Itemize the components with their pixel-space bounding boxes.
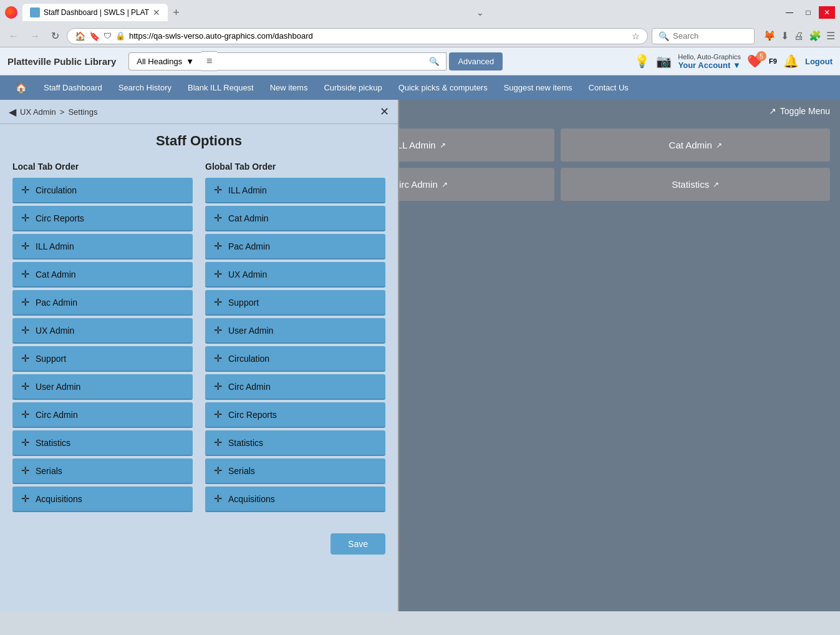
item-label: User Admin [36, 382, 80, 392]
local-drag-item[interactable]: ✛Circulation [12, 178, 193, 203]
local-items-list: ✛Circulation✛Circ Reports✛ILL Admin✛Cat … [12, 178, 193, 512]
advanced-button[interactable]: Advanced [449, 52, 503, 70]
star-icon[interactable]: ☆ [632, 31, 640, 41]
global-drag-item[interactable]: ✛ILL Admin [205, 178, 385, 203]
tips-icon-button[interactable]: 💡 [634, 54, 650, 69]
drag-handle-icon: ✛ [21, 352, 29, 364]
wishlist-button[interactable]: ❤️ 5 [747, 54, 763, 69]
nav-home[interactable]: 🏠 [7, 75, 35, 100]
statistics-btn[interactable]: Statistics ↗ [561, 168, 830, 201]
search-button[interactable]: 🔍 [423, 52, 447, 70]
item-label: ILL Admin [36, 241, 74, 251]
tab-list-dropdown[interactable]: ⌄ [476, 7, 484, 17]
drag-handle-icon: ✛ [214, 268, 222, 280]
cat-admin-btn[interactable]: Cat Admin ↗ [561, 128, 830, 162]
save-button[interactable]: Save [331, 533, 385, 555]
nav-new-items[interactable]: New items [263, 77, 316, 99]
local-drag-item[interactable]: ✛ILL Admin [12, 234, 193, 259]
firefox-sync-icon[interactable]: 🦊 [763, 30, 776, 42]
menu-icon[interactable]: ☰ [826, 30, 835, 42]
home-icon: 🏠 [75, 31, 85, 41]
item-label: Statistics [228, 438, 263, 448]
local-drag-item[interactable]: ✛Cat Admin [12, 262, 193, 288]
notifications-button[interactable]: 🔔 [783, 54, 799, 69]
nav-curbside-pickup[interactable]: Curbside pickup [316, 77, 389, 99]
account-dropdown-arrow: ▼ [733, 61, 741, 70]
browser-tab[interactable]: Staff Dashboard | SWLS | PLAT ✕ [22, 4, 168, 21]
bookmark-icon: 🔖 [89, 31, 100, 41]
external-link-icon: ↗ [713, 180, 719, 189]
global-tab-order-column: Global Tab Order ✛ILL Admin✛Cat Admin✛Pa… [205, 162, 385, 515]
global-drag-item[interactable]: ✛Cat Admin [205, 206, 385, 231]
back-button[interactable]: ← [5, 28, 22, 44]
global-drag-item[interactable]: ✛UX Admin [205, 262, 385, 288]
local-drag-item[interactable]: ✛Support [12, 346, 193, 372]
global-tab-order-heading: Global Tab Order [205, 162, 385, 172]
download-icon[interactable]: ⬇ [781, 30, 789, 42]
camera-icon-button[interactable]: 📷 [656, 54, 672, 69]
local-drag-item[interactable]: ✛Serials [12, 458, 193, 484]
global-drag-item[interactable]: ✛Acquisitions [205, 487, 385, 512]
local-tab-order-heading: Local Tab Order [12, 162, 193, 172]
global-drag-item[interactable]: ✛Circ Reports [205, 402, 385, 428]
nav-blank-ill-request[interactable]: Blank ILL Request [180, 77, 261, 99]
minimize-button[interactable]: — [781, 6, 798, 19]
breadcrumb-separator: > [60, 107, 65, 117]
forward-button[interactable]: → [26, 28, 44, 44]
f9-button[interactable]: F9 [769, 57, 777, 65]
logout-button[interactable]: Logout [805, 57, 833, 66]
nav-search-input[interactable] [673, 31, 748, 41]
breadcrumb-ux-admin[interactable]: UX Admin [20, 107, 56, 117]
drag-handle-icon: ✛ [21, 437, 29, 448]
nav-suggest-new-items[interactable]: Suggest new items [496, 77, 580, 99]
local-drag-item[interactable]: ✛Statistics [12, 430, 193, 456]
nav-staff-dashboard[interactable]: Staff Dashboard [36, 77, 110, 99]
nav-quick-picks[interactable]: Quick picks & computers [391, 77, 495, 99]
item-label: Circ Admin [228, 382, 271, 392]
item-label: Pac Admin [36, 298, 77, 308]
search-icon-nav: 🔍 [659, 31, 669, 41]
global-drag-item[interactable]: ✛Statistics [205, 430, 385, 456]
app-header: Platteville Public Library All Headings … [0, 47, 840, 75]
toggle-menu-button[interactable]: ↗ Toggle Menu [769, 106, 830, 116]
item-label: UX Admin [228, 269, 267, 279]
url-input[interactable] [129, 31, 628, 41]
staff-options-modal: ◀ UX Admin > Settings ✕ Staff Options Lo… [0, 100, 399, 611]
breadcrumb-back-icon[interactable]: ◀ [9, 106, 16, 118]
tab-close-btn[interactable]: ✕ [153, 7, 160, 17]
extension-icon[interactable]: 🧩 [809, 30, 821, 42]
drag-handle-icon: ✛ [214, 352, 222, 364]
global-drag-item[interactable]: ✛Support [205, 290, 385, 316]
account-dropdown[interactable]: Your Account ▼ [678, 61, 741, 70]
close-button[interactable]: ✕ [819, 6, 835, 19]
maximize-button[interactable]: □ [800, 6, 816, 19]
print-icon[interactable]: 🖨 [794, 31, 804, 42]
drag-handle-icon: ✛ [21, 324, 29, 336]
local-drag-item[interactable]: ✛Pac Admin [12, 290, 193, 316]
drag-handle-icon: ✛ [214, 493, 222, 505]
search-type-dropdown[interactable]: All Headings ▼ [128, 52, 201, 70]
nav-contact-us[interactable]: Contact Us [581, 77, 636, 99]
global-drag-item[interactable]: ✛Pac Admin [205, 234, 385, 259]
local-drag-item[interactable]: ✛User Admin [12, 374, 193, 400]
local-drag-item[interactable]: ✛UX Admin [12, 318, 193, 344]
global-drag-item[interactable]: ✛User Admin [205, 318, 385, 344]
new-tab-button[interactable]: + [173, 6, 180, 19]
modal-close-button[interactable]: ✕ [380, 105, 389, 119]
global-drag-item[interactable]: ✛Circ Admin [205, 374, 385, 400]
dash-btn-label: ILL Admin [394, 140, 435, 150]
drag-handle-icon: ✛ [214, 324, 222, 336]
nav-search-history[interactable]: Search History [111, 77, 179, 99]
search-input[interactable] [217, 52, 423, 70]
lock-icon: 🔒 [115, 31, 125, 41]
global-drag-item[interactable]: ✛Serials [205, 458, 385, 484]
stack-icon[interactable]: ≡ [201, 51, 217, 71]
main-content: ◀ UX Admin > Settings ✕ Staff Options Lo… [0, 100, 840, 611]
item-label: Serials [228, 466, 255, 476]
local-drag-item[interactable]: ✛Circ Admin [12, 402, 193, 428]
local-drag-item[interactable]: ✛Acquisitions [12, 487, 193, 512]
reload-button[interactable]: ↻ [47, 27, 63, 44]
item-label: Pac Admin [228, 241, 270, 251]
global-drag-item[interactable]: ✛Circulation [205, 346, 385, 372]
local-drag-item[interactable]: ✛Circ Reports [12, 206, 193, 231]
